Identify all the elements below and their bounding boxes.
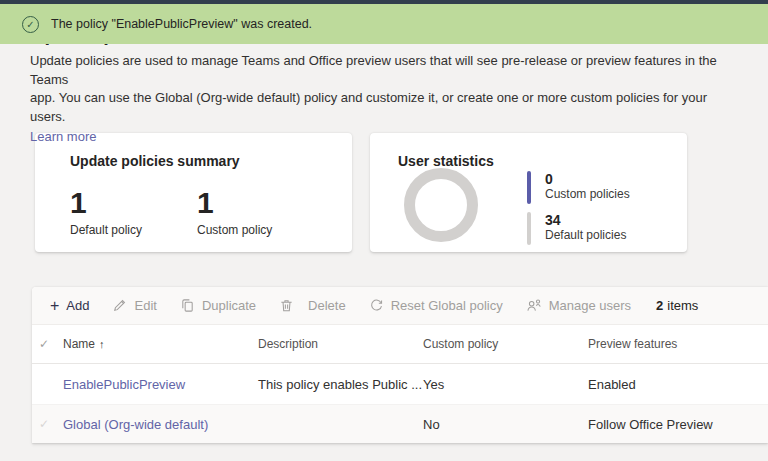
check-circle-icon: ✓ (22, 16, 39, 33)
default-policies-value: 34 (545, 212, 626, 228)
preview-features-cell: Enabled (588, 377, 768, 392)
custom-policies-value: 0 (545, 171, 630, 187)
policy-name-link[interactable]: Global (Org-wide default) (63, 417, 258, 432)
summary-card-title: Update policies summary (70, 153, 240, 169)
add-button[interactable]: + Add (50, 298, 89, 313)
table-header-row: ✓ Name↑ Description Custom policy Previe… (32, 325, 768, 364)
table-row[interactable]: EnablePublicPreview This policy enables … (32, 364, 768, 404)
legend-bar-custom (527, 171, 531, 204)
reset-icon (369, 298, 384, 313)
select-all-check-icon[interactable]: ✓ (32, 337, 63, 351)
top-navigation-strip (0, 0, 768, 4)
copy-icon (180, 298, 195, 313)
legend-item-custom: 0 Custom policies (527, 171, 630, 204)
column-header-name[interactable]: Name↑ (63, 337, 258, 351)
duplicate-button[interactable]: Duplicate (180, 298, 256, 313)
legend-item-default: 34 Default policies (527, 212, 630, 245)
table-toolbar: + Add Edit Duplicate Delete Reset Glob (32, 287, 768, 325)
default-policy-label: Default policy (70, 223, 142, 237)
table-row[interactable]: ✓ Global (Org-wide default) No Follow Of… (32, 404, 768, 443)
policies-table-panel: + Add Edit Duplicate Delete Reset Glob (32, 287, 768, 443)
default-policy-stat: 1 Default policy (70, 186, 142, 237)
default-policies-label: Default policies (545, 228, 626, 243)
custom-policy-count: 1 (197, 186, 272, 220)
plus-icon: + (50, 299, 59, 313)
donut-chart (404, 168, 478, 242)
column-header-custom-policy: Custom policy (423, 337, 588, 351)
items-count: 2items (656, 298, 698, 313)
sort-arrow-up-icon: ↑ (99, 338, 105, 350)
default-policy-count: 1 (70, 186, 142, 220)
policy-description-cell: This policy enables Public ... (258, 377, 423, 392)
manage-users-button[interactable]: Manage users (526, 298, 631, 313)
pencil-icon (112, 298, 127, 313)
page-description: Update policies are used to manage Teams… (30, 52, 742, 126)
custom-policies-label: Custom policies (545, 187, 630, 202)
trash-icon (279, 298, 294, 313)
preview-features-cell: Follow Office Preview (588, 417, 768, 432)
legend-bar-default (527, 212, 531, 245)
success-banner: ✓ The policy "EnablePublicPreview" was c… (0, 4, 768, 44)
page-description-block: Update policies are used to manage Teams… (30, 52, 742, 145)
donut-legend: 0 Custom policies 34 Default policies (527, 171, 630, 253)
manage-users-icon (526, 298, 542, 313)
policy-name-link[interactable]: EnablePublicPreview (63, 377, 258, 392)
user-statistics-title: User statistics (398, 153, 494, 169)
custom-policy-cell: No (423, 417, 588, 432)
custom-policy-stat: 1 Custom policy (197, 186, 272, 237)
custom-policy-cell: Yes (423, 377, 588, 392)
user-statistics-card: User statistics 0 Custom policies 34 Def… (370, 133, 687, 252)
learn-more-link[interactable]: Learn more (30, 129, 96, 144)
custom-policy-label: Custom policy (197, 223, 272, 237)
update-policies-summary-card: Update policies summary 1 Default policy… (35, 133, 352, 252)
edit-button[interactable]: Edit (112, 298, 156, 313)
reset-global-policy-button[interactable]: Reset Global policy (369, 298, 503, 313)
row-check-icon[interactable]: ✓ (32, 417, 63, 431)
banner-message: The policy "EnablePublicPreview" was cre… (51, 17, 312, 31)
delete-button[interactable]: Delete (279, 298, 346, 313)
column-header-preview-features: Preview features (588, 337, 768, 351)
column-header-description: Description (258, 337, 423, 351)
